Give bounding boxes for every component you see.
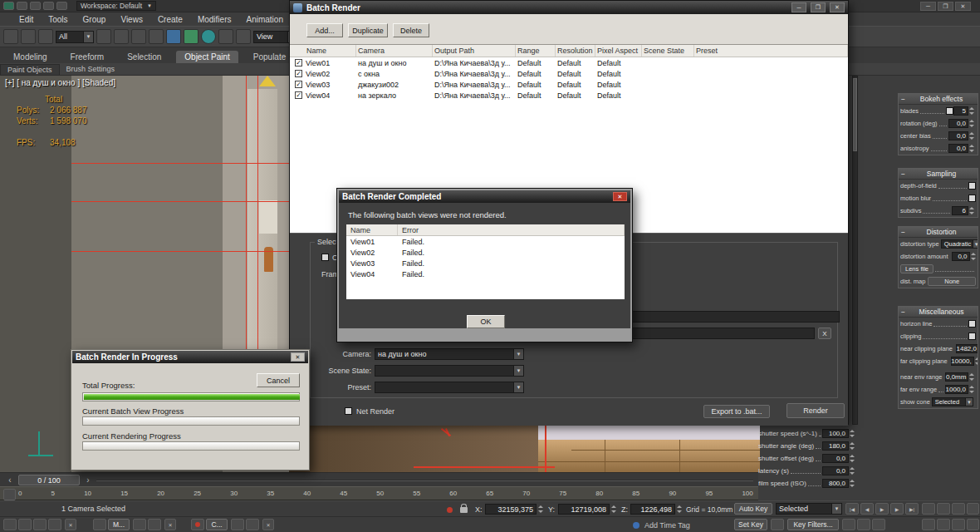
rollout-header-sampling[interactable]: −Sampling: [899, 169, 978, 180]
selection-filter-dropdown[interactable]: All ▼: [56, 31, 94, 43]
time-slider-track[interactable]: [96, 480, 753, 481]
command-panel-scrollbar[interactable]: [852, 76, 858, 425]
save-file-icon[interactable]: [30, 2, 41, 10]
select-by-name-icon[interactable]: [114, 29, 129, 44]
menu-tools[interactable]: Tools: [41, 14, 75, 25]
tab-selection[interactable]: Selection: [119, 51, 169, 63]
error-row-view04[interactable]: View04Failed.: [346, 268, 625, 279]
mirror-icon[interactable]: [218, 29, 233, 44]
delete-button[interactable]: Delete: [393, 23, 429, 37]
set-key-button[interactable]: Set Key: [734, 519, 767, 530]
progress-dialog-titlebar[interactable]: Batch Render In Progress ✕: [72, 351, 308, 363]
anisotropy-spinner[interactable]: [969, 144, 976, 153]
undo-icon[interactable]: [43, 2, 54, 10]
isolate-toggle-icon[interactable]: [447, 507, 453, 513]
selection-region-icon[interactable]: [131, 29, 146, 44]
latency-spinner[interactable]: [850, 466, 856, 475]
subdivs-field[interactable]: 6: [952, 206, 968, 215]
minimized-window-icon[interactable]: [33, 519, 47, 530]
select-link-icon[interactable]: [3, 29, 18, 44]
zoom-icon[interactable]: [922, 503, 935, 515]
camera-dropdown[interactable]: на душ и окно ▼: [375, 348, 524, 360]
clear-output-button[interactable]: X: [818, 328, 831, 339]
col-name[interactable]: Name: [290, 45, 356, 57]
col-output-path[interactable]: Output Path: [433, 45, 516, 57]
col-name[interactable]: Name: [346, 224, 398, 235]
viewport-scene-strip[interactable]: [289, 425, 760, 472]
minimize-button[interactable]: ─: [791, 2, 806, 12]
bind-to-space-warp-icon[interactable]: [38, 29, 53, 44]
minimized-window-icon[interactable]: [48, 519, 61, 530]
view-enabled-checkbox[interactable]: ✓: [295, 81, 302, 88]
close-button[interactable]: ✕: [955, 2, 971, 11]
workspace-dropdown[interactable]: Workspace: Default ▼: [76, 1, 156, 11]
render-button[interactable]: Render: [786, 403, 845, 418]
subtab-brush-settings[interactable]: Brush Settings: [60, 64, 122, 74]
view-enabled-checkbox[interactable]: ✓: [295, 70, 302, 77]
batch-render-titlebar[interactable]: Batch Render ─ ❐ ✕: [290, 1, 848, 14]
blades-spinner[interactable]: [969, 106, 976, 116]
near-env-field[interactable]: 0,0mm: [945, 372, 968, 382]
subtab-paint-objects[interactable]: Paint Objects: [0, 64, 60, 75]
timeline-ruler[interactable]: 0510152025303540455055606570758085909510…: [0, 486, 758, 500]
far-clip-spinner[interactable]: [975, 357, 978, 366]
batch-row-view02[interactable]: ✓View02 с окнаD:\Яна Кичаева\3д у...Defa…: [290, 68, 848, 79]
center-bias-field[interactable]: 0,0: [948, 131, 968, 140]
key-mode-icon[interactable]: [771, 519, 784, 530]
go-to-start-icon[interactable]: |◀: [845, 503, 859, 515]
rollout-header-distortion[interactable]: −Distortion: [899, 227, 978, 238]
menu-modifiers[interactable]: Modifiers: [190, 14, 239, 25]
next-frame-arrow[interactable]: ›: [83, 475, 93, 485]
far-env-field[interactable]: 1000,0: [945, 385, 968, 394]
open-file-icon[interactable]: [17, 2, 27, 10]
minimized-window-icon[interactable]: [246, 519, 259, 530]
col-range[interactable]: Range: [516, 45, 556, 57]
align-icon[interactable]: [236, 29, 251, 44]
distortion-amount-spinner[interactable]: [971, 252, 976, 261]
shutter-speed-spinner[interactable]: [850, 429, 856, 438]
x-spinner[interactable]: [538, 505, 545, 514]
walk-through-icon[interactable]: [952, 519, 965, 530]
maximize-viewport-icon[interactable]: [967, 519, 979, 530]
menu-views[interactable]: Views: [113, 14, 150, 25]
col-pixel-aspect[interactable]: Pixel Aspect: [595, 45, 642, 57]
shutter-offset-field[interactable]: 0,0: [822, 454, 849, 463]
rotation-field[interactable]: 0,0: [948, 119, 968, 128]
override-preset-checkbox[interactable]: [321, 254, 329, 261]
minimized-window-icon[interactable]: [93, 519, 106, 530]
shutter-angle-spinner[interactable]: [850, 441, 856, 451]
time-slider[interactable]: ‹ 0 / 100 ›: [0, 472, 758, 486]
col-camera[interactable]: Camera: [356, 45, 433, 57]
error-row-view02[interactable]: View02Failed.: [346, 247, 625, 258]
blades-field[interactable]: 5: [953, 106, 968, 116]
batch-row-view03[interactable]: ✓View03 джакузи002D:\Яна Кичаева\3д у...…: [290, 79, 848, 90]
x-coordinate-field[interactable]: 32159,375: [485, 504, 537, 515]
redo-icon[interactable]: [56, 2, 67, 10]
time-slider-handle[interactable]: 0 / 100: [18, 475, 80, 485]
distortion-amount-field[interactable]: 0,0: [952, 252, 970, 261]
tab-object-paint[interactable]: Object Paint: [176, 51, 238, 63]
rotation-spinner[interactable]: [969, 119, 976, 128]
selection-lock-icon[interactable]: [460, 507, 468, 513]
angle-snap-icon[interactable]: [184, 29, 198, 44]
near-env-spinner[interactable]: [969, 372, 976, 382]
maximize-button[interactable]: ❐: [811, 2, 826, 12]
dist-map-button[interactable]: None: [928, 277, 976, 286]
far-env-spinner[interactable]: [969, 385, 976, 394]
menu-edit[interactable]: Edit: [12, 14, 41, 25]
zoom-region-icon[interactable]: [922, 519, 935, 530]
minimize-button[interactable]: ─: [920, 2, 936, 11]
show-cone-dropdown[interactable]: Selected ▼: [932, 397, 973, 406]
export-bat-button[interactable]: Export to .bat...: [703, 405, 770, 418]
duplicate-button[interactable]: Duplicate: [348, 23, 388, 37]
center-bias-spinner[interactable]: [969, 131, 976, 140]
batch-row-view01[interactable]: ✓View01 на душ и окноD:\Яна Кичаева\3д у…: [290, 57, 848, 68]
minimized-window-icon[interactable]: [191, 519, 204, 530]
y-coordinate-field[interactable]: 12719,008: [558, 504, 610, 515]
field-of-view-icon[interactable]: [937, 519, 950, 530]
view-enabled-checkbox[interactable]: ✓: [295, 59, 302, 66]
close-group-icon[interactable]: ✕: [262, 519, 274, 530]
viewport-label[interactable]: [+] [ на душ и окно ] [Shaded]: [5, 78, 115, 87]
shutter-offset-spinner[interactable]: [850, 454, 856, 463]
play-icon[interactable]: ▶: [875, 503, 889, 515]
